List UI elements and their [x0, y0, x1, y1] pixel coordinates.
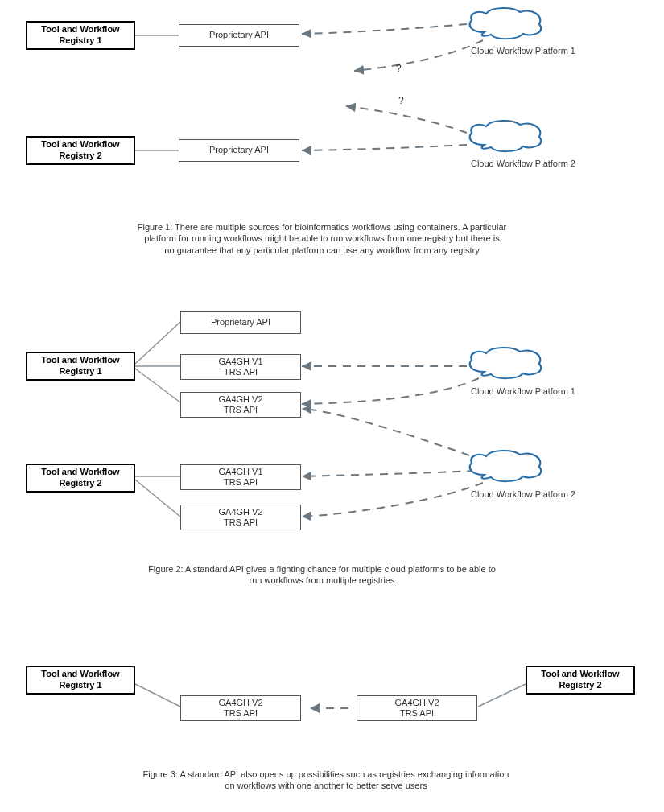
registry-box-1-f1: Tool and Workflow Registry 1	[26, 21, 135, 50]
svg-line-7	[135, 684, 180, 707]
api-box-v2b-f2: GA4GH V2 TRS API	[180, 505, 301, 530]
registry-box-2-f3: Tool and Workflow Registry 2	[526, 666, 635, 695]
cloud-label-1-f1: Cloud Workflow Platform 1	[451, 46, 596, 56]
question-mark-2: ?	[398, 95, 404, 106]
svg-line-4	[135, 369, 180, 402]
api-box-b-f3: GA4GH V2 TRS API	[357, 695, 477, 721]
api-box-prop-f2: Proprietary API	[180, 311, 301, 334]
cloud-label-2-f2: Cloud Workflow Platform 2	[451, 489, 596, 499]
svg-line-6	[135, 480, 180, 517]
question-mark-1: ?	[396, 63, 402, 74]
cloud-label-1-f2: Cloud Workflow Platform 1	[451, 386, 596, 396]
cloud-label-2-f1: Cloud Workflow Platform 2	[451, 159, 596, 168]
svg-line-8	[478, 684, 526, 707]
figure1-caption: Figure 1: There are multiple sources for…	[80, 221, 563, 256]
api-box-v2a-f2: GA4GH V2 TRS API	[180, 392, 301, 418]
registry-box-2-f2: Tool and Workflow Registry 2	[26, 464, 135, 493]
api-box-v1b-f2: GA4GH V1 TRS API	[180, 464, 301, 490]
api-box-prop1-f1: Proprietary API	[179, 24, 299, 47]
registry-box-2-f1: Tool and Workflow Registry 2	[26, 136, 135, 165]
api-box-v1a-f2: GA4GH V1 TRS API	[180, 354, 301, 380]
svg-line-2	[135, 322, 180, 364]
figure3-caption: Figure 3: A standard API also opens up p…	[93, 769, 559, 792]
api-box-prop2-f1: Proprietary API	[179, 139, 299, 162]
figure2-caption: Figure 2: A standard API gives a fightin…	[105, 563, 539, 587]
registry-box-1-f3: Tool and Workflow Registry 1	[26, 666, 135, 695]
api-box-a-f3: GA4GH V2 TRS API	[180, 695, 301, 721]
registry-box-1-f2: Tool and Workflow Registry 1	[26, 352, 135, 381]
